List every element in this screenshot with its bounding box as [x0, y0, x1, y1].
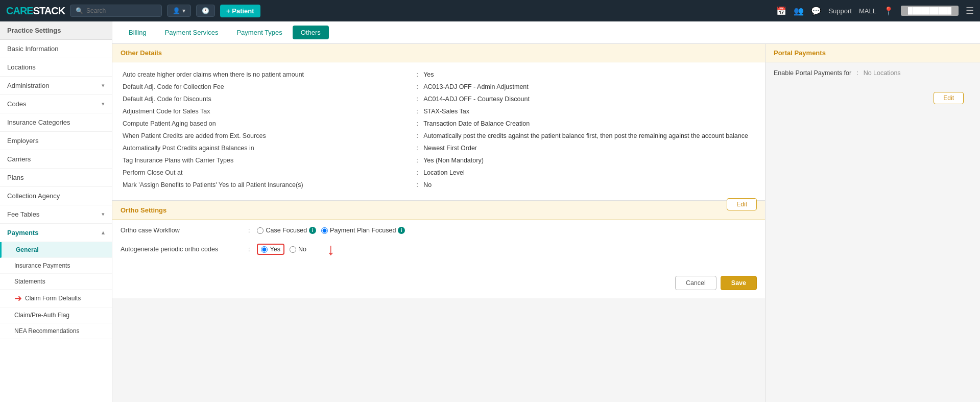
sidebar-item-label: Locations	[7, 63, 36, 71]
colon: :	[856, 69, 858, 77]
tab-payment-services[interactable]: Payment Services	[157, 26, 227, 39]
add-patient-button[interactable]: + Patient	[220, 5, 260, 17]
mall-link[interactable]: MALL	[859, 7, 876, 15]
sidebar-sub-nea[interactable]: NEA Recommendations	[0, 323, 112, 339]
ortho-settings-header: Ortho Settings	[112, 201, 765, 220]
sidebar-sub-label: Claim/Pre-Auth Flag	[14, 312, 69, 319]
colon: :	[248, 246, 250, 253]
hamburger-icon[interactable]: ☰	[966, 5, 974, 16]
user-menu-button[interactable]: 👤 ▾	[167, 5, 191, 17]
colon: :	[413, 105, 421, 117]
sidebar-item-carriers[interactable]: Carriers	[0, 150, 112, 169]
top-nav: CARESTACK 🔍 👤 ▾ 🕐 + Patient 📅 👥 💬 Suppor…	[0, 0, 980, 21]
sidebar-item-codes[interactable]: Codes ▾	[0, 95, 112, 113]
table-row: Compute Patient Aging based on : Transac…	[121, 117, 757, 130]
row-label: Auto create higher order claims when the…	[121, 68, 413, 81]
sidebar-item-payments[interactable]: Payments ▴	[0, 224, 112, 242]
row-value: Location Level	[421, 167, 757, 179]
sidebar-title: Practice Settings	[0, 21, 112, 40]
row-label: Perform Close Out at	[121, 167, 413, 179]
sidebar-sub-claim-form-defaults[interactable]: ➜ Claim Form Defaults	[0, 290, 112, 308]
users-icon[interactable]: 👥	[794, 6, 804, 16]
ortho-workflow-options: Case Focused i Payment Plan Focused i	[257, 227, 405, 234]
search-box[interactable]: 🔍	[70, 5, 162, 17]
other-details-header: Other Details	[112, 44, 765, 62]
logo-stack: STACK	[33, 5, 65, 16]
sidebar-item-label: Plans	[7, 174, 24, 181]
sidebar-sub-general[interactable]: General	[0, 242, 112, 258]
other-details-table: Auto create higher order claims when the…	[121, 68, 757, 191]
row-value: No	[421, 179, 757, 191]
payment-plan-focused-radio[interactable]	[321, 227, 328, 234]
sidebar-item-locations[interactable]: Locations	[0, 58, 112, 77]
row-label: Default Adj. Code for Collection Fee	[121, 81, 413, 93]
autogenerate-yes-radio[interactable]	[261, 246, 268, 253]
no-option[interactable]: No	[290, 246, 306, 253]
portal-edit-button[interactable]: Edit	[934, 92, 964, 104]
row-label: Default Adj. Code for Discounts	[121, 93, 413, 105]
sidebar-item-label: Insurance Categories	[7, 119, 70, 126]
row-value: STAX-Sales Tax	[421, 105, 757, 117]
action-buttons: Cancel Save	[112, 272, 765, 298]
row-value: Transaction Date of Balance Creation	[421, 117, 757, 130]
chat-icon[interactable]: 💬	[811, 6, 821, 16]
save-button[interactable]: Save	[721, 276, 757, 290]
tab-others[interactable]: Others	[293, 26, 329, 39]
nav-right: 📅 👥 💬 Support MALL 📍 ██████████ ☰	[776, 5, 974, 16]
sidebar-item-administration[interactable]: Administration ▾	[0, 77, 112, 95]
support-link[interactable]: Support	[828, 7, 852, 15]
portal-label: Enable Portal Payments for	[774, 69, 851, 77]
app-layout: Practice Settings Basic Information Loca…	[0, 21, 980, 402]
left-panel: Other Details Auto create higher order c…	[112, 44, 766, 402]
autogenerate-options: Yes No	[257, 244, 306, 255]
sidebar-item-label: Carriers	[7, 155, 31, 163]
sidebar-item-basic-information[interactable]: Basic Information	[0, 40, 112, 58]
sidebar-sub-claim-pre-auth[interactable]: Claim/Pre-Auth Flag	[0, 308, 112, 323]
search-input[interactable]	[86, 7, 156, 14]
sidebar-item-insurance-categories[interactable]: Insurance Categories	[0, 113, 112, 132]
colon: :	[248, 227, 250, 234]
sidebar-sub-insurance-payments[interactable]: Insurance Payments	[0, 258, 112, 274]
sidebar-item-label: Collection Agency	[7, 192, 60, 200]
sidebar-sub-statements[interactable]: Statements	[0, 274, 112, 290]
info-icon[interactable]: i	[309, 227, 316, 234]
sidebar-item-collection-agency[interactable]: Collection Agency	[0, 187, 112, 205]
search-icon: 🔍	[76, 7, 83, 14]
sidebar-item-employers[interactable]: Employers	[0, 132, 112, 150]
sidebar-item-fee-tables[interactable]: Fee Tables ▾	[0, 205, 112, 224]
autogenerate-label: Autogenerate periodic ortho codes	[121, 246, 243, 253]
sidebar-item-label: Administration	[7, 82, 49, 89]
autogenerate-no-radio[interactable]	[290, 246, 296, 253]
chevron-down-icon: ▾	[182, 7, 185, 14]
table-row: Auto create higher order claims when the…	[121, 68, 757, 81]
payment-plan-focused-option[interactable]: Payment Plan Focused i	[321, 227, 405, 234]
other-details-edit-button[interactable]: Edit	[727, 198, 757, 210]
colon: :	[413, 167, 421, 179]
location-icon[interactable]: 📍	[883, 6, 894, 16]
right-panel: Portal Payments Enable Portal Payments f…	[766, 44, 980, 402]
colon: :	[413, 142, 421, 154]
portal-payments-body: Enable Portal Payments for : No Location…	[766, 62, 980, 84]
table-row: Default Adj. Code for Collection Fee : A…	[121, 81, 757, 93]
no-label: No	[298, 246, 306, 253]
tab-billing[interactable]: Billing	[121, 26, 155, 39]
other-details-body: Auto create higher order claims when the…	[112, 62, 765, 200]
user-icon: 👤	[173, 7, 180, 14]
portal-payments-header: Portal Payments	[766, 44, 980, 62]
calendar-icon[interactable]: 📅	[776, 6, 786, 16]
info-icon[interactable]: i	[398, 227, 405, 234]
history-button[interactable]: 🕐	[196, 5, 215, 17]
sidebar-sub-label: Insurance Payments	[14, 262, 70, 269]
cancel-button[interactable]: Cancel	[675, 276, 716, 290]
portal-row: Enable Portal Payments for : No Location…	[774, 69, 972, 77]
tab-payment-types[interactable]: Payment Types	[228, 26, 290, 39]
table-row: Mark 'Assign Benefits to Patients' Yes t…	[121, 179, 757, 191]
clock-icon: 🕐	[202, 7, 209, 14]
yes-option-highlighted[interactable]: Yes	[257, 244, 284, 255]
case-focused-radio[interactable]	[257, 227, 264, 234]
user-profile: ██████████	[901, 6, 959, 16]
case-focused-option[interactable]: Case Focused i	[257, 227, 316, 234]
sidebar-item-plans[interactable]: Plans	[0, 169, 112, 187]
sidebar-sub-label: General	[16, 246, 39, 253]
payment-plan-focused-label: Payment Plan Focused	[330, 227, 396, 234]
